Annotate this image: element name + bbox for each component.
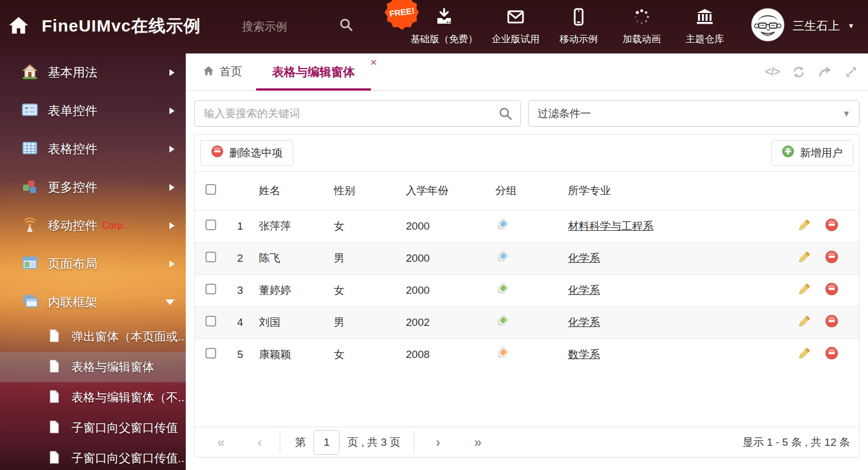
add-user-button[interactable]: 新增用户: [771, 140, 853, 166]
sidebar-subitem-5[interactable]: 子窗口向父窗口传值...: [0, 443, 186, 470]
sidebar-subitem-2[interactable]: 表格与编辑窗体: [0, 352, 186, 382]
close-icon[interactable]: ×: [370, 57, 377, 68]
sidebar-subitem-3[interactable]: 表格与编辑窗体（不...: [0, 382, 186, 413]
chevron-down-icon: ▼: [842, 109, 851, 118]
tab-home-label: 首页: [220, 64, 242, 79]
sidebar-item-5[interactable]: 移动控件 Corp.: [0, 207, 186, 245]
file-icon: [47, 359, 61, 375]
edit-icon[interactable]: [797, 250, 811, 267]
row-checkbox[interactable]: [205, 220, 216, 230]
header-nav-item-5[interactable]: 主题仓库: [673, 7, 736, 46]
fullscreen-icon[interactable]: [844, 65, 858, 79]
sidebar-subitem-1[interactable]: 弹出窗体（本页面或...: [0, 321, 186, 352]
delete-icon[interactable]: [825, 347, 838, 362]
tab-active[interactable]: 表格与编辑窗体 ×: [256, 53, 371, 90]
table-row: 2 陈飞 男 2000 化学系: [195, 243, 859, 275]
pager-divider: [280, 431, 280, 454]
row-checkbox[interactable]: [205, 316, 216, 326]
delete-selected-button[interactable]: 删除选中项: [200, 140, 293, 166]
sidebar-item-2[interactable]: 表单控件: [0, 92, 186, 130]
delete-icon[interactable]: [825, 283, 838, 298]
col-actions: [760, 172, 859, 211]
header-nav-item-3[interactable]: 移动示例: [547, 7, 610, 46]
keyword-search-input[interactable]: [195, 101, 520, 126]
select-all-checkbox[interactable]: [205, 184, 216, 195]
row-checkbox[interactable]: [205, 348, 216, 359]
edit-icon[interactable]: [797, 218, 811, 235]
row-gender: 男: [327, 243, 402, 275]
spinner-icon: [632, 7, 651, 29]
tab-bar: 首页 表格与编辑窗体 × </>: [186, 53, 868, 91]
delete-icon[interactable]: [825, 218, 838, 234]
major-link[interactable]: 材料科学与工程系: [568, 220, 654, 232]
header-nav-item-1[interactable]: 基础版（免费）: [404, 7, 484, 46]
col-gender: 性别: [327, 172, 402, 211]
major-link[interactable]: 化学系: [568, 284, 600, 296]
header-nav-item-4[interactable]: 加载动画: [610, 7, 673, 46]
row-name: 康颖颖: [253, 339, 327, 371]
major-link[interactable]: 化学系: [568, 252, 600, 264]
major-link[interactable]: 化学系: [568, 316, 600, 328]
first-page-button[interactable]: «: [217, 436, 225, 449]
delete-icon[interactable]: [825, 250, 838, 266]
sidebar-subitem-label: 表格与编辑窗体（不...: [71, 390, 188, 405]
sidebar-item-1[interactable]: 基本用法: [0, 53, 186, 92]
page-number-input[interactable]: [314, 430, 339, 455]
home-icon[interactable]: [8, 15, 29, 38]
tag-icon: [495, 222, 509, 234]
row-index: 1: [227, 211, 253, 243]
row-year: 2002: [402, 307, 491, 339]
row-checkbox[interactable]: [205, 252, 216, 262]
edit-icon[interactable]: [797, 315, 811, 331]
search-icon[interactable]: [339, 17, 354, 34]
sidebar-item-3[interactable]: 表格控件: [0, 130, 186, 168]
sidebar-item-7[interactable]: 内联框架: [0, 283, 186, 321]
edit-icon[interactable]: [797, 283, 811, 299]
page-label-prefix: 第: [295, 435, 306, 450]
sidebar-subitem-4[interactable]: 子窗口向父窗口传值: [0, 413, 186, 443]
antenna-icon: [21, 216, 38, 235]
row-index: 5: [227, 339, 253, 371]
sidebar-item-4[interactable]: 更多控件: [0, 168, 186, 207]
envelope-icon: [506, 7, 525, 29]
row-checkbox[interactable]: [205, 284, 216, 294]
view-source-icon[interactable]: </>: [765, 65, 780, 78]
file-icon: [47, 329, 61, 345]
edit-icon[interactable]: [797, 347, 811, 363]
app-window: FineUIMvc在线示例 搜索示例 FREE! 基础版（免费） 企业版试用 移…: [0, 0, 868, 470]
cubes-icon: [21, 178, 38, 197]
row-index: 2: [227, 243, 253, 275]
chevron-down-icon: ▼: [848, 22, 854, 30]
plus-circle-icon: [782, 145, 794, 160]
tab-home[interactable]: 首页: [203, 53, 242, 90]
header-search-input[interactable]: 搜索示例: [242, 19, 287, 34]
delete-icon[interactable]: [825, 315, 838, 330]
chevron-right-icon: [169, 108, 175, 114]
data-grid-panel: 删除选中项 新增用户 姓名: [194, 134, 860, 458]
home-colored-icon: [21, 63, 38, 82]
share-icon[interactable]: [818, 65, 832, 78]
tag-icon: [495, 351, 509, 362]
header-nav-item-2[interactable]: 企业版试用: [484, 7, 547, 46]
prev-page-button[interactable]: ‹: [257, 436, 262, 449]
major-link[interactable]: 数学系: [568, 348, 600, 360]
next-page-button[interactable]: ›: [436, 436, 440, 449]
main-panel: 首页 表格与编辑窗体 × </>: [186, 53, 868, 470]
table-header-row: 姓名 性别 入学年份 分组 所学专业: [195, 172, 859, 211]
row-name: 刘国: [253, 307, 327, 339]
filter-dropdown[interactable]: 过滤条件一 ▼: [528, 100, 860, 127]
row-name: 陈飞: [253, 243, 327, 275]
search-icon[interactable]: [498, 106, 513, 123]
row-year: 2000: [402, 211, 491, 243]
file-icon: [47, 450, 61, 467]
bank-icon: [695, 7, 714, 29]
chevron-down-icon: [165, 299, 175, 305]
last-page-button[interactable]: »: [474, 436, 481, 449]
refresh-icon[interactable]: [792, 65, 806, 79]
top-header: FineUIMvc在线示例 搜索示例 FREE! 基础版（免费） 企业版试用 移…: [0, 0, 868, 53]
chevron-right-icon: [169, 222, 175, 229]
sidebar-item-6[interactable]: 页面布局: [0, 245, 186, 283]
sidebar-subitem-label: 表格与编辑窗体: [71, 359, 154, 375]
user-menu[interactable]: 三生石上 ▼: [751, 8, 854, 44]
table-row: 1 张萍萍 女 2000 材料科学与工程系: [195, 211, 859, 243]
